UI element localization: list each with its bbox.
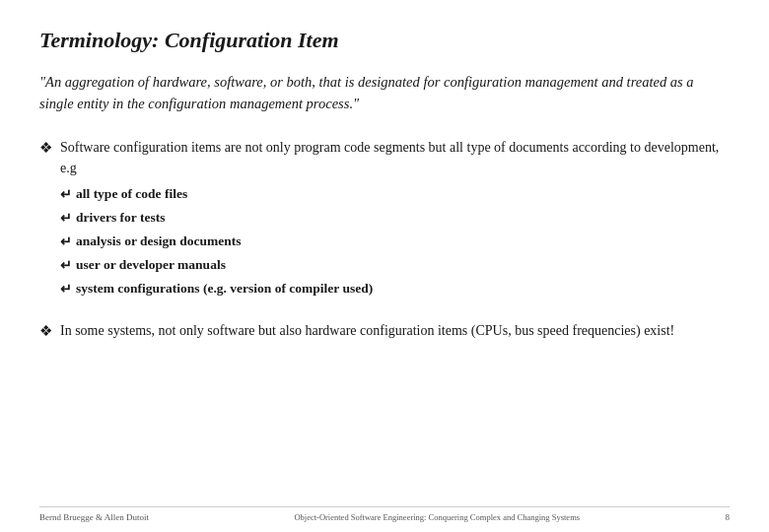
bullet-1-text: Software configuration items are not onl… (60, 140, 719, 175)
bullet-1-content: Software configuration items are not onl… (60, 137, 730, 302)
bullet-diamond-1: ❖ (39, 138, 52, 157)
sub-arrow-4: ↵ (60, 255, 72, 276)
sub-bullet-1: ↵ all type of code files (60, 184, 730, 205)
sub-bullets-list: ↵ all type of code files ↵ drivers for t… (60, 184, 730, 299)
bullet-1: ❖ Software configuration items are not o… (39, 137, 730, 302)
sub-bullet-5-text: system configurations (e.g. version of c… (76, 279, 373, 299)
sub-bullet-3-text: analysis or design documents (76, 232, 241, 251)
footer-left: Bernd Bruegge & Allen Dutoit (39, 512, 149, 522)
bullet-2-text: In some systems, not only software but a… (60, 323, 674, 338)
sub-bullet-1-text: all type of code files (76, 184, 187, 204)
slide: Terminology: Configuration Item "An aggr… (0, 0, 769, 532)
sub-bullet-2: ↵ drivers for tests (60, 208, 730, 229)
footer-right: 8 (726, 512, 731, 522)
footer-center: Object-Oriented Software Engineering: Co… (149, 512, 726, 522)
sub-arrow-1: ↵ (60, 184, 72, 205)
sub-bullet-4: ↵ user or developer manuals (60, 255, 730, 276)
sub-arrow-3: ↵ (60, 232, 72, 252)
bullet-2-content: In some systems, not only software but a… (60, 320, 674, 341)
bullet-diamond-2: ❖ (39, 321, 52, 340)
sub-bullet-2-text: drivers for tests (76, 208, 165, 228)
sub-arrow-2: ↵ (60, 208, 72, 229)
bullet-2: ❖ In some systems, not only software but… (39, 320, 730, 341)
slide-title: Terminology: Configuration Item (39, 28, 730, 53)
quote-block: "An aggregation of hardware, software, o… (39, 71, 730, 115)
sub-bullet-3: ↵ analysis or design documents (60, 232, 730, 252)
sub-arrow-5: ↵ (60, 279, 72, 299)
sub-bullet-5: ↵ system configurations (e.g. version of… (60, 279, 730, 299)
sub-bullet-4-text: user or developer manuals (76, 255, 226, 275)
footer: Bernd Bruegge & Allen Dutoit Object-Orie… (39, 506, 730, 522)
